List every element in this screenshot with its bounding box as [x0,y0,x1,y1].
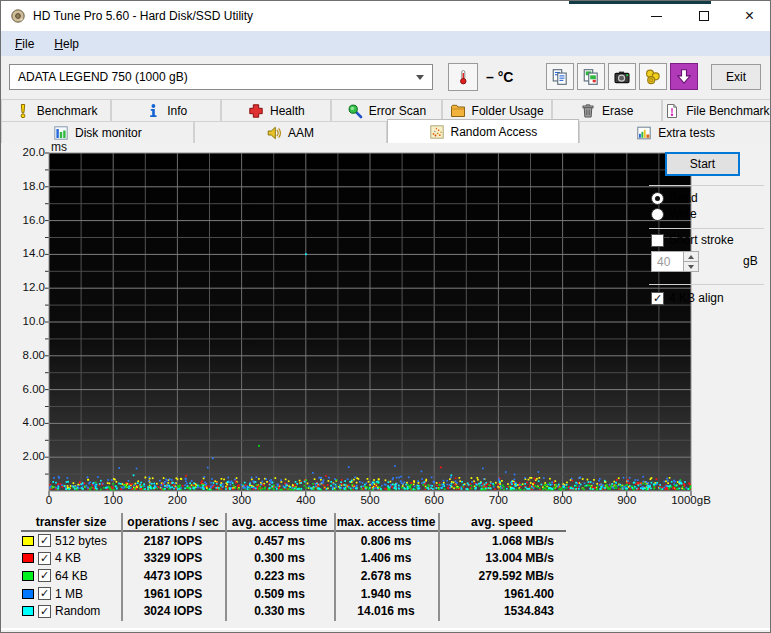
background-window-sliver [569,1,711,4]
separator [649,185,764,186]
tab-health[interactable]: Health [221,99,331,121]
y-tick-label: 12.0 [3,281,45,293]
y-tick-label: 14.0 [3,247,45,259]
column-header: max. access time [337,515,436,529]
maximize-button[interactable] [681,1,726,31]
magnifier-icon [347,103,363,119]
series-color-swatch [22,536,34,546]
column-separator [334,513,336,621]
series-checkbox[interactable]: ✓ [38,569,51,582]
tab-error-scan[interactable]: Error Scan [331,99,441,121]
exit-button[interactable]: Exit [711,64,761,90]
4kb-align-checkbox[interactable]: ✓ 4 KB align [651,291,724,305]
trash-icon [580,103,596,119]
tab-random-access[interactable]: Random Access [387,119,580,143]
y-tick-label: 8.00 [3,349,45,361]
separator [649,284,764,285]
max-access-value: 1.940 ms [334,587,438,601]
tab-label: Extra tests [658,126,715,140]
iops-value: 2187 IOPS [121,534,225,548]
temperature-button[interactable] [448,63,478,91]
download-button[interactable] [670,63,698,90]
speaker-icon [266,125,282,141]
series-checkbox[interactable]: ✓ [38,534,51,547]
copy-image-button[interactable] [577,63,605,90]
tab-label: Error Scan [369,104,426,118]
y-tick-label: 10.0 [3,315,45,327]
app-window: HD Tune Pro 5.60 - Hard Disk/SSD Utility… [0,0,771,633]
tab-label: Health [270,104,305,118]
table-row: ✓ 1 MB 1961 IOPS 0.509 ms 1.940 ms 1961.… [21,585,566,603]
tab-info[interactable]: Info [111,99,221,121]
transfer-size-label: 512 bytes [55,534,107,548]
spinner-buttons [683,252,698,271]
write-radio[interactable]: Write [651,207,697,221]
series-color-swatch [22,553,34,563]
table-header-row: transfer size operations / sec avg. acce… [21,513,566,532]
transfer-size-label: 4 KB [55,551,81,565]
column-header: operations / sec [127,515,218,529]
avg-speed-value: 1.068 MB/s [438,534,566,548]
table-row: ✓ Random 3024 IOPS 0.330 ms 14.016 ms 15… [21,602,566,620]
series-color-swatch [22,571,34,581]
tab-erase[interactable]: Erase [552,99,662,121]
temperature-unit: °C [498,69,514,85]
series-checkbox[interactable]: ✓ [38,587,51,600]
column-separator [121,513,123,621]
spinner-unit-label: gB [743,254,758,268]
close-button[interactable]: × [727,1,771,31]
drive-select-value: ADATA LEGEND 750 (1000 gB) [18,70,416,84]
copy-text-button[interactable] [546,63,574,90]
start-button[interactable]: Start [665,152,740,176]
y-tick-label: 2.00 [3,450,45,462]
radio-selected-icon [651,192,664,205]
short-stroke-size-spinner[interactable]: 40 [651,251,699,272]
y-tick-label: 4.00 [3,416,45,428]
minimize-button[interactable] [634,1,679,31]
tab-aam[interactable]: AAM [194,121,387,143]
short-stroke-checkbox[interactable]: Short stroke [651,233,734,247]
tab-label: Folder Usage [472,104,544,118]
iops-value: 4473 IOPS [121,569,225,583]
avg-speed-value: 279.592 MB/s [438,569,566,583]
series-color-swatch [22,606,34,616]
series-checkbox[interactable]: ✓ [38,605,51,618]
donate-button[interactable] [639,63,667,90]
iops-value: 3329 IOPS [121,551,225,565]
screenshot-button[interactable] [608,63,636,90]
app-icon [10,8,26,24]
mini-chart-icon [636,125,652,141]
scatter-dots-icon [429,124,445,140]
avg-access-value: 0.457 ms [225,534,334,548]
read-radio[interactable]: Read [651,191,698,205]
toolbar: ADATA LEGEND 750 (1000 gB) – °C [1,56,771,99]
drive-select-dropdown[interactable]: ADATA LEGEND 750 (1000 gB) [9,64,433,90]
spin-up-button[interactable] [684,252,698,261]
spin-down-button[interactable] [684,261,698,271]
start-button-label: Start [690,157,715,171]
tab-benchmark[interactable]: Benchmark [1,99,111,121]
avg-speed-value: 13.004 MB/s [438,551,566,565]
tab-row-1: Benchmark Info Health Error Scan [1,99,771,121]
tab-label: Disk monitor [75,126,142,140]
max-access-value: 14.016 ms [334,604,438,618]
iops-value: 3024 IOPS [121,604,225,618]
table-row: ✓ 512 bytes 2187 IOPS 0.457 ms 0.806 ms … [21,532,566,550]
column-header: transfer size [36,515,107,529]
tab-label: Benchmark [37,104,98,118]
window-title: HD Tune Pro 5.60 - Hard Disk/SSD Utility [33,9,253,23]
tab-extra-tests[interactable]: Extra tests [579,121,771,143]
tab-label: Random Access [451,125,538,139]
menu-file[interactable]: File [8,35,41,53]
minimize-icon [651,16,662,17]
tab-folder-usage[interactable]: Folder Usage [442,99,552,121]
tab-label: Info [167,104,187,118]
access-time-scatter-chart [45,151,697,499]
tab-file-benchmark[interactable]: File Benchmark [662,99,771,121]
maximize-icon [699,11,709,21]
file-exclamation-icon [664,103,680,119]
tab-disk-monitor[interactable]: Disk monitor [1,121,194,143]
menu-help[interactable]: Help [47,35,86,53]
series-checkbox[interactable]: ✓ [38,552,51,565]
max-access-value: 2.678 ms [334,569,438,583]
